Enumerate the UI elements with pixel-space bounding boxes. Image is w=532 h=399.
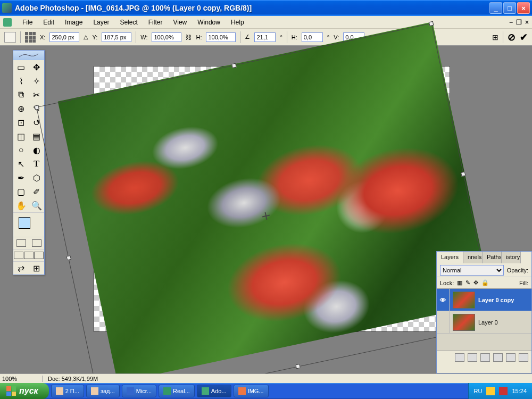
start-button[interactable]: пуск bbox=[0, 383, 49, 399]
menu-select[interactable]: Select bbox=[114, 17, 143, 28]
eyedropper-tool[interactable]: ✐ bbox=[29, 185, 44, 198]
minimize-button[interactable]: _ bbox=[489, 2, 502, 14]
visibility-icon[interactable] bbox=[437, 311, 450, 333]
layer-name[interactable]: Layer 0 bbox=[478, 319, 498, 326]
menu-filter[interactable]: Filter bbox=[143, 17, 168, 28]
menu-image[interactable]: Image bbox=[60, 17, 88, 28]
imageready-icon[interactable]: ⇄ bbox=[13, 262, 29, 275]
clock[interactable]: 15:24 bbox=[512, 388, 527, 394]
menu-edit[interactable]: Edit bbox=[38, 17, 60, 28]
taskbar-item[interactable]: IMG... bbox=[234, 385, 269, 397]
tray-icon[interactable] bbox=[499, 387, 508, 395]
screen-menubar[interactable] bbox=[24, 252, 34, 259]
stamp-tool[interactable]: ⊡ bbox=[13, 115, 29, 129]
tab-paths[interactable]: Paths bbox=[483, 252, 502, 263]
gradient-tool[interactable]: ▤ bbox=[29, 129, 44, 143]
taskbar-item[interactable]: Real... bbox=[159, 385, 195, 397]
w-input[interactable] bbox=[152, 32, 181, 42]
x-input[interactable] bbox=[49, 32, 79, 42]
hand-tool[interactable]: ✋ bbox=[13, 198, 29, 212]
move-tool[interactable]: ✥ bbox=[29, 60, 44, 74]
screen-full[interactable] bbox=[34, 252, 44, 259]
warp-icon[interactable]: ⊞ bbox=[492, 33, 498, 41]
blend-mode-select[interactable]: Normal bbox=[440, 265, 504, 276]
tab-layers[interactable]: Layers bbox=[437, 252, 463, 263]
inner-restore-button[interactable]: ❐ bbox=[516, 19, 522, 26]
lasso-tool[interactable]: ⌇ bbox=[13, 74, 29, 88]
new-layer-icon[interactable] bbox=[506, 353, 516, 362]
layer-row[interactable]: 👁 Layer 0 copy bbox=[437, 289, 531, 311]
menu-help[interactable]: Help bbox=[226, 17, 250, 28]
tab-channels[interactable]: nnels bbox=[463, 252, 483, 263]
marquee-tool[interactable]: ▭ bbox=[13, 60, 29, 74]
healing-tool[interactable]: ⊕ bbox=[13, 102, 29, 115]
lock-transparency-icon[interactable]: ▦ bbox=[457, 279, 462, 286]
standard-mode[interactable] bbox=[16, 239, 26, 247]
quickmask-mode[interactable] bbox=[32, 239, 41, 247]
layer-thumbnail[interactable] bbox=[453, 292, 475, 309]
maximize-button[interactable]: □ bbox=[503, 2, 516, 14]
notes-tool[interactable]: ▢ bbox=[13, 185, 29, 198]
handle-bottom[interactable] bbox=[295, 364, 300, 369]
new-group-icon[interactable] bbox=[493, 353, 503, 362]
history-brush-tool[interactable]: ↺ bbox=[29, 115, 44, 129]
layer-style-icon[interactable] bbox=[468, 353, 477, 362]
link-icon[interactable]: ⛓ bbox=[186, 34, 192, 40]
type-tool[interactable]: T bbox=[29, 157, 44, 171]
language-indicator[interactable]: RU bbox=[474, 388, 483, 394]
transform-tool-icon[interactable] bbox=[4, 32, 16, 43]
delete-layer-icon[interactable] bbox=[519, 353, 528, 362]
layer-list: 👁 Layer 0 copy Layer 0 bbox=[437, 289, 531, 351]
inner-close-button[interactable]: × bbox=[525, 19, 529, 26]
path-tool[interactable]: ↖ bbox=[13, 157, 29, 171]
lock-all-icon[interactable]: 🔒 bbox=[481, 279, 489, 286]
zoom-tool[interactable]: 🔍 bbox=[29, 198, 44, 212]
menu-file[interactable]: File bbox=[17, 17, 38, 28]
visibility-icon[interactable]: 👁 bbox=[437, 289, 450, 311]
lock-position-icon[interactable]: ✥ bbox=[473, 279, 478, 286]
workspace: ▭ ✥ ⌇ ✧ ⧉ ✂ ⊕ ✎ ⊡ ↺ ◫ ▤ ○ ◐ ↖ T ✒ ⬡ ▢ ✐ … bbox=[0, 46, 532, 373]
taskbar-item[interactable]: Micr... bbox=[122, 385, 156, 397]
zoom-level[interactable]: 100% bbox=[0, 376, 43, 382]
handle-left[interactable] bbox=[66, 255, 71, 260]
link-layers-icon[interactable] bbox=[455, 353, 464, 362]
layer-mask-icon[interactable] bbox=[480, 353, 490, 362]
reference-point-icon[interactable] bbox=[25, 32, 36, 43]
screen-standard[interactable] bbox=[14, 252, 23, 259]
taskbar-item[interactable]: 2 П... bbox=[51, 385, 84, 397]
taskbar-item-active[interactable]: Ado... bbox=[197, 385, 231, 397]
document-info[interactable]: Doc: 549,3K/1,99M bbox=[43, 376, 103, 382]
taskbar-item[interactable]: зад... bbox=[86, 385, 120, 397]
layer-row[interactable]: Layer 0 bbox=[437, 311, 531, 334]
tab-history[interactable]: istory bbox=[502, 252, 521, 263]
menu-window[interactable]: Window bbox=[192, 17, 226, 28]
foreground-color[interactable] bbox=[19, 217, 30, 229]
skew-h-input[interactable] bbox=[302, 32, 323, 42]
brush-tool[interactable]: ✎ bbox=[29, 102, 44, 115]
cancel-transform-button[interactable]: ⊘ bbox=[508, 31, 516, 43]
toolbox-header[interactable] bbox=[13, 51, 44, 60]
y-input[interactable] bbox=[102, 32, 131, 42]
canvas[interactable] bbox=[94, 66, 450, 332]
crop-tool[interactable]: ⧉ bbox=[13, 88, 29, 102]
commit-transform-button[interactable]: ✔ bbox=[520, 31, 528, 43]
slice-tool[interactable]: ✂ bbox=[29, 88, 44, 102]
pen-tool[interactable]: ✒ bbox=[13, 171, 29, 185]
h-input[interactable] bbox=[206, 32, 236, 42]
eraser-tool[interactable]: ◫ bbox=[13, 129, 29, 143]
dodge-tool[interactable]: ◐ bbox=[29, 143, 44, 157]
menu-view[interactable]: View bbox=[168, 17, 192, 28]
lock-pixels-icon[interactable]: ✎ bbox=[466, 279, 470, 286]
wand-tool[interactable]: ✧ bbox=[29, 74, 44, 88]
tray-icon[interactable] bbox=[486, 387, 495, 395]
angle-input[interactable] bbox=[254, 32, 276, 42]
shape-tool[interactable]: ⬡ bbox=[29, 171, 44, 185]
blur-tool[interactable]: ○ bbox=[13, 143, 29, 157]
imageready-button[interactable]: ⊞ bbox=[29, 262, 44, 275]
menu-layer[interactable]: Layer bbox=[88, 17, 114, 28]
app-icon bbox=[91, 387, 98, 395]
inner-minimize-button[interactable]: − bbox=[509, 19, 513, 26]
layer-thumbnail[interactable] bbox=[453, 314, 475, 331]
close-button[interactable]: × bbox=[517, 2, 530, 14]
layer-name[interactable]: Layer 0 copy bbox=[478, 297, 514, 303]
